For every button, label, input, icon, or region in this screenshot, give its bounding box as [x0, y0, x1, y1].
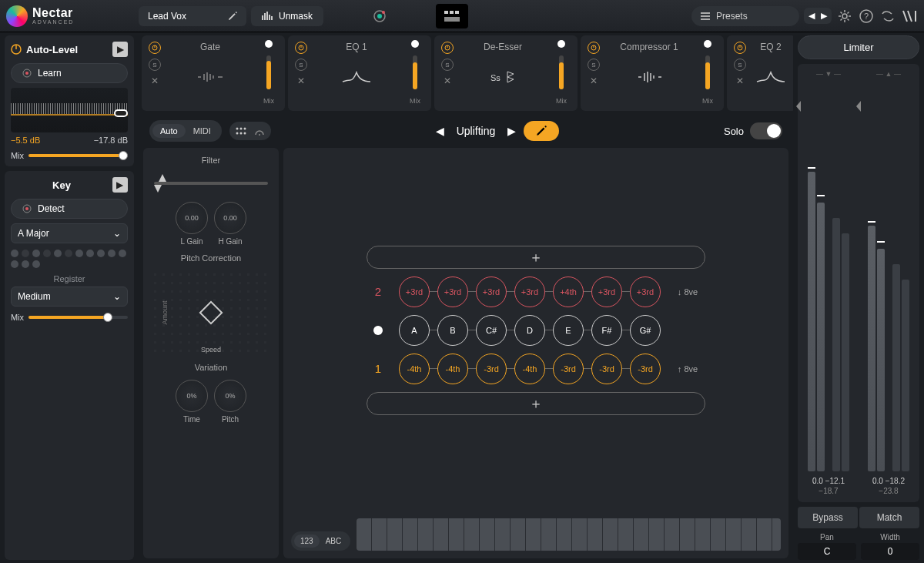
time-knob[interactable]: 0% [176, 380, 208, 412]
note-circle[interactable]: +3rd [437, 276, 468, 307]
power-icon[interactable] [11, 44, 22, 55]
note-circle[interactable]: C# [476, 315, 507, 346]
mode-midi-button[interactable]: MIDI [186, 124, 219, 138]
solo-icon[interactable]: S [441, 59, 454, 71]
pitch-handle[interactable] [199, 300, 223, 324]
grid-icon[interactable] [236, 127, 246, 135]
note-circle[interactable]: +3rd [514, 276, 545, 307]
note-circle[interactable]: +3rd [630, 276, 661, 307]
help-icon[interactable]: ? [858, 8, 875, 25]
piano-keyboard[interactable] [357, 518, 781, 551]
meter-handle[interactable] [856, 101, 861, 112]
solo-icon[interactable]: S [734, 59, 746, 71]
solo-icon[interactable]: S [295, 59, 307, 71]
voice2-label[interactable]: 2 [365, 285, 391, 298]
mode-123-button[interactable]: 123 [294, 535, 320, 548]
note-circle[interactable]: -3rd [591, 354, 622, 384]
edit-button[interactable] [524, 121, 559, 141]
close-icon[interactable]: ✕ [444, 75, 451, 86]
fader-thumb[interactable] [557, 40, 565, 48]
autolevel-mix-slider[interactable] [28, 154, 128, 157]
key-mix-slider[interactable] [28, 316, 128, 319]
autolevel-waveform[interactable] [11, 88, 128, 132]
solo-toggle[interactable]: Solo [724, 122, 782, 139]
limiter-button[interactable]: Limiter [798, 35, 919, 59]
note-circle[interactable]: +3rd [476, 276, 507, 307]
filter-range-slider[interactable] [154, 174, 268, 193]
match-button[interactable]: Match [859, 507, 919, 528]
power-icon[interactable] [149, 42, 161, 54]
pencil-icon[interactable] [228, 12, 237, 21]
track-name-field[interactable]: Lead Vox [139, 6, 246, 26]
width-value[interactable]: 0 [861, 543, 919, 560]
module-eq-1[interactable]: S✕EQ 1Mix [288, 35, 431, 111]
note-circle[interactable]: F# [591, 315, 622, 346]
note-circle[interactable]: B [437, 315, 468, 346]
module-de-esser[interactable]: S✕De-EsserSsMix [434, 35, 578, 111]
voice1-label[interactable]: 1 [365, 362, 391, 375]
register-select[interactable]: Medium ⌄ [11, 287, 128, 307]
close-icon[interactable]: ✕ [151, 75, 159, 86]
sync-icon[interactable] [879, 8, 896, 25]
pan-value[interactable]: C [798, 543, 856, 560]
lgain-knob[interactable]: 0.00 [176, 202, 208, 234]
module-strip[interactable]: S✕GateMixS✕EQ 1MixS✕De-EsserSsMixS✕Compr… [139, 32, 793, 114]
note-circle[interactable]: D [514, 315, 545, 346]
note-circle[interactable]: +3rd [399, 276, 430, 307]
power-icon[interactable] [295, 42, 307, 54]
note-circle[interactable]: A [399, 315, 430, 346]
unmask-button[interactable]: Unmask [251, 6, 323, 26]
solo-icon[interactable]: S [149, 59, 161, 71]
add-voice-top-button[interactable]: ＋ [367, 246, 705, 269]
fader-thumb[interactable] [265, 40, 273, 48]
module-eq-2[interactable]: S✕EQ 2 [727, 35, 793, 111]
tab-modules-icon[interactable] [436, 4, 468, 28]
mix-fader[interactable] [413, 55, 417, 89]
pitch-xy-pad[interactable]: Amount Speed [151, 270, 271, 355]
presets-button[interactable]: Presets [691, 6, 799, 26]
key-dots[interactable] [11, 250, 128, 268]
learn-button[interactable]: Learn [11, 63, 128, 83]
power-icon[interactable] [734, 42, 746, 54]
key-expand-icon[interactable]: ▶ [112, 177, 128, 193]
fader-thumb[interactable] [704, 40, 711, 48]
mode-abc-button[interactable]: ABC [320, 535, 348, 548]
mix-fader[interactable] [559, 55, 564, 89]
octave-up-button[interactable]: ↑ 8ve [668, 364, 707, 374]
power-icon[interactable] [441, 42, 454, 54]
add-voice-bottom-button[interactable]: ＋ [367, 392, 705, 415]
radar-icon[interactable] [254, 126, 265, 136]
harmony-next-icon[interactable]: ▶ [507, 125, 516, 137]
pitch-knob[interactable]: 0% [214, 380, 246, 412]
close-icon[interactable]: ✕ [297, 75, 305, 86]
note-circle[interactable]: -3rd [553, 354, 584, 384]
close-icon[interactable]: ✕ [590, 75, 598, 86]
solo-icon[interactable]: S [588, 59, 600, 71]
autolevel-expand-icon[interactable]: ▶ [112, 42, 128, 57]
scale-select[interactable]: A Major ⌄ [11, 223, 128, 243]
module-gate[interactable]: S✕GateMix [142, 35, 285, 111]
filter-high-handle[interactable] [154, 174, 162, 185]
hgain-knob[interactable]: 0.00 [214, 202, 246, 234]
module-compressor-1[interactable]: S✕Compressor 1Mix [581, 35, 724, 111]
fader-thumb[interactable] [411, 40, 419, 48]
meter-handle[interactable] [796, 101, 801, 112]
mix-fader[interactable] [705, 55, 710, 89]
izotope-logo-icon[interactable] [901, 8, 918, 25]
detect-button[interactable]: Detect [11, 199, 128, 219]
note-circle[interactable]: -4th [514, 354, 545, 384]
harmony-preset-name[interactable]: Uplifting [457, 125, 496, 137]
note-circle[interactable]: +4th [553, 276, 584, 307]
preset-prev-icon[interactable]: ◀ [808, 11, 815, 21]
note-circle[interactable]: -4th [399, 354, 430, 384]
note-circle[interactable]: +3rd [591, 276, 622, 307]
power-icon[interactable] [588, 42, 600, 54]
harmony-prev-icon[interactable]: ◀ [436, 125, 444, 137]
threshold-handle[interactable] [114, 109, 128, 117]
mix-fader[interactable] [266, 55, 271, 89]
note-circle[interactable]: G# [630, 315, 661, 346]
close-icon[interactable]: ✕ [736, 75, 744, 86]
note-circle[interactable]: -3rd [476, 354, 507, 384]
note-circle[interactable]: E [553, 315, 584, 346]
bypass-button[interactable]: Bypass [798, 507, 858, 528]
